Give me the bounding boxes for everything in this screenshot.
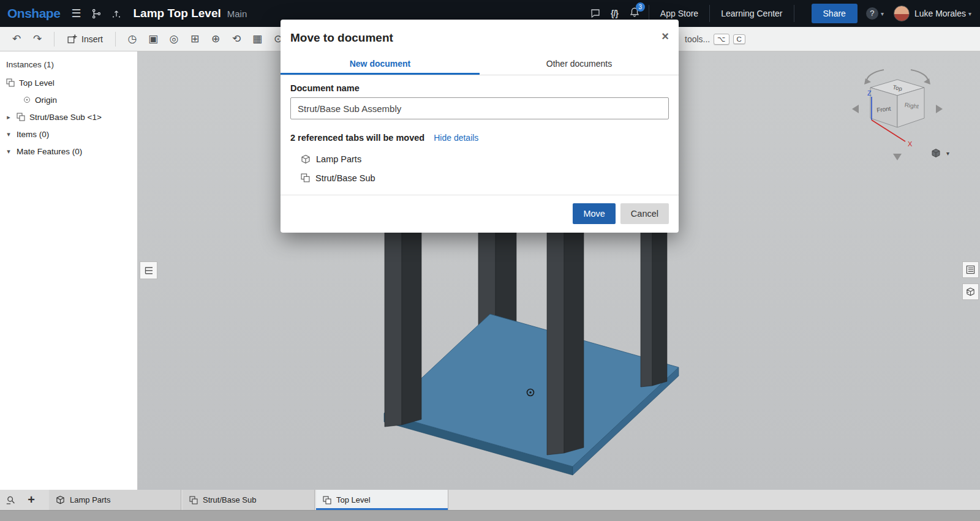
share-button[interactable]: Share <box>812 4 858 23</box>
fastened-mate-icon[interactable]: ▣ <box>143 30 164 48</box>
strut-front-center-right-face[interactable] <box>564 220 584 453</box>
tree-item-label: Top Level <box>19 78 55 88</box>
move-button[interactable]: Move <box>573 203 615 224</box>
part-studio-icon <box>301 154 311 164</box>
document-name-input[interactable] <box>290 97 669 119</box>
chevron-down-icon: ▾ <box>968 10 971 17</box>
user-name: Luke Morales <box>914 9 966 18</box>
rotate-left-arrow-icon[interactable] <box>867 70 884 82</box>
notifications-icon[interactable]: 3 <box>629 7 640 20</box>
manage-tabs-icon[interactable] <box>0 490 22 510</box>
undo-icon[interactable]: ↶ <box>6 30 27 48</box>
tree-item-label: Strut/Base Sub <1> <box>29 113 102 122</box>
revolute-mate-icon[interactable]: ◎ <box>164 30 184 48</box>
translate-icon[interactable]: ⊕ <box>205 30 226 48</box>
add-tab-button[interactable]: + <box>22 490 40 510</box>
collaborators-icon[interactable] <box>111 9 121 18</box>
pan-right-arrow-icon[interactable] <box>936 105 943 113</box>
cancel-button[interactable]: Cancel <box>620 203 669 224</box>
section-items[interactable]: ▾ Items (0) <box>0 126 137 143</box>
rotate-icon[interactable]: ⟲ <box>226 30 247 48</box>
referenced-tab-label: Strut/Base Sub <box>315 173 375 183</box>
help-menu[interactable]: ? ▾ <box>866 7 884 20</box>
notification-badge: 3 <box>636 2 645 12</box>
chevron-down-icon[interactable]: ▾ <box>5 148 12 156</box>
chevron-right-icon[interactable]: ▸ <box>5 113 12 121</box>
insert-button[interactable]: Insert <box>61 31 109 47</box>
tree-item-top-level[interactable]: Top Level <box>0 74 137 91</box>
tab-label: Top Level <box>336 495 371 504</box>
instances-panel-title: Instances (1) <box>0 51 137 74</box>
comments-icon[interactable] <box>590 8 601 19</box>
section-label: Mate Features (0) <box>17 147 82 156</box>
insert-label: Insert <box>81 34 103 44</box>
instances-panel: Instances (1) Top Level Origin ▸ Strut/B… <box>0 51 138 490</box>
header-divider <box>794 5 794 22</box>
strut-front-left-left-face[interactable] <box>385 220 402 427</box>
pan-left-arrow-icon[interactable] <box>852 105 859 113</box>
instances-panel-toggle[interactable] <box>140 261 157 279</box>
view-options-button[interactable]: ▾ <box>931 148 949 158</box>
toolbar-divider <box>115 32 116 47</box>
learning-center-button[interactable]: Learning Center <box>718 5 785 22</box>
chevron-down-icon: ▾ <box>946 150 949 157</box>
assembly-icon <box>17 113 25 121</box>
document-tabs-bar: + Lamp Parts Strut/Base Sub Top Level <box>0 490 980 521</box>
tab-top-level[interactable]: Top Level <box>316 490 448 510</box>
tab-other-documents[interactable]: Other documents <box>480 53 679 75</box>
rotate-right-arrow-icon[interactable] <box>911 70 928 82</box>
strut-right-right-face[interactable] <box>652 220 667 386</box>
tab-label: Strut/Base Sub <box>203 495 256 504</box>
redo-icon[interactable]: ↷ <box>27 30 48 48</box>
tab-new-document[interactable]: New document <box>281 53 480 75</box>
list-icon <box>966 265 975 274</box>
chevron-down-icon[interactable]: ▾ <box>5 130 12 138</box>
versions-icon[interactable] <box>91 9 102 19</box>
close-icon[interactable]: × <box>662 30 669 42</box>
section-label: Items (0) <box>17 130 49 139</box>
section-mate-features[interactable]: ▾ Mate Features (0) <box>0 143 137 160</box>
workspace-name[interactable]: Main <box>227 9 247 19</box>
dialog-body: Document name 2 referenced tabs will be … <box>281 75 679 187</box>
list-item: Strut/Base Sub <box>290 168 669 187</box>
strut-right-left-face[interactable] <box>641 220 652 387</box>
onshape-app: Onshape ☰ Lamp Top Level Main {/} 3 App … <box>0 0 980 521</box>
mate-icon[interactable]: ◷ <box>122 30 143 48</box>
insert-icon <box>67 34 77 44</box>
pan-down-arrow-icon[interactable] <box>893 154 902 160</box>
user-avatar[interactable] <box>894 6 910 21</box>
dialog-header: Move to document × <box>281 20 679 52</box>
right-panel-list-toggle[interactable] <box>962 261 979 278</box>
group-icon[interactable]: ▦ <box>247 30 268 48</box>
tree-item-origin[interactable]: Origin <box>0 91 137 108</box>
referenced-tabs-text: 2 referenced tabs will be moved <box>290 133 424 143</box>
help-icon[interactable]: ? <box>866 7 878 20</box>
featurescript-icon[interactable]: {/} <box>611 9 618 18</box>
main-menu-icon[interactable]: ☰ <box>71 7 81 20</box>
assembly-icon <box>6 78 15 87</box>
move-to-document-dialog: Move to document × New document Other do… <box>281 20 679 233</box>
base-plate-top-face[interactable] <box>384 314 679 467</box>
strut-front-center-left-face[interactable] <box>547 220 564 455</box>
dialog-footer: Move Cancel <box>281 195 679 233</box>
rotate-right-arrowhead <box>924 78 930 84</box>
chevron-down-icon: ▾ <box>881 10 884 17</box>
search-tools-label: tools... <box>685 34 710 44</box>
slider-mate-icon[interactable]: ⊞ <box>184 30 205 48</box>
x-axis-label: X <box>908 140 913 148</box>
hide-details-link[interactable]: Hide details <box>434 133 478 143</box>
user-menu[interactable]: Luke Morales ▾ <box>914 9 971 18</box>
list-item: Lamp Parts <box>290 149 669 168</box>
part-studio-icon <box>56 495 65 504</box>
tree-list-icon <box>144 266 154 275</box>
alt-key-badge: ⌥ <box>714 34 729 45</box>
strut-front-left-right-face[interactable] <box>402 220 421 425</box>
tree-item-subassembly[interactable]: ▸ Strut/Base Sub <1> <box>0 108 137 126</box>
tab-lamp-parts[interactable]: Lamp Parts <box>49 490 181 510</box>
right-panel-parts-toggle[interactable] <box>962 283 979 300</box>
search-tools-hint[interactable]: tools... ⌥ C <box>685 27 745 51</box>
tab-strut-base-sub[interactable]: Strut/Base Sub <box>183 490 315 510</box>
assembly-icon <box>301 173 310 182</box>
onshape-logo[interactable]: Onshape <box>7 6 60 21</box>
dialog-title: Move to document <box>290 31 393 44</box>
